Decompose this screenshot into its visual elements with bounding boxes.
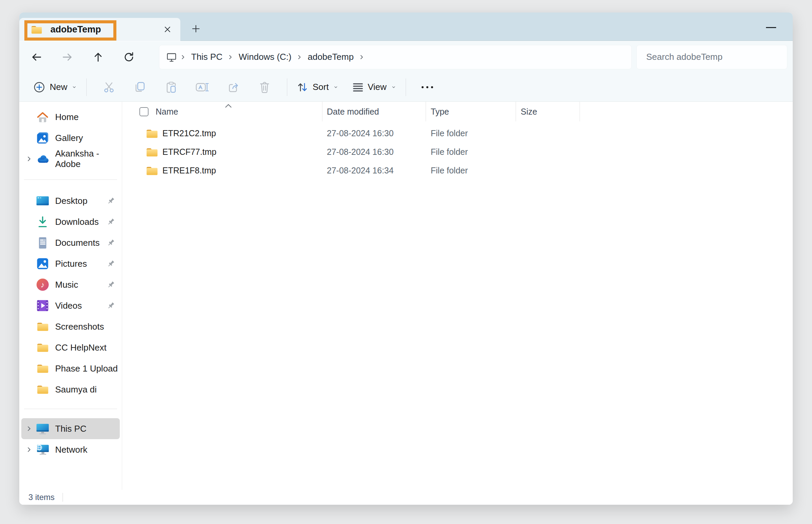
file-type: File folder <box>426 147 516 157</box>
onedrive-icon <box>36 154 49 164</box>
breadcrumb-chevron-icon <box>297 54 302 60</box>
sidebar-item-screenshots[interactable]: Screenshots <box>21 316 120 337</box>
file-name: ETRCF77.tmp <box>162 147 217 157</box>
file-date-modified: 27-08-2024 16:34 <box>322 166 426 176</box>
view-button[interactable]: View <box>350 77 399 97</box>
more-options-button[interactable] <box>421 86 433 88</box>
file-row-etre1f8[interactable]: ETRE1F8.tmp 27-08-2024 16:34 File folder <box>122 161 793 180</box>
tab-close-button[interactable] <box>161 23 174 36</box>
new-tab-button[interactable] <box>187 20 205 37</box>
search-box[interactable] <box>636 45 787 69</box>
home-icon <box>36 111 49 123</box>
breadcrumb-adobetemp[interactable]: adobeTemp <box>305 52 355 62</box>
gallery-icon <box>36 132 49 144</box>
expand-chevron-icon[interactable] <box>26 156 32 162</box>
sidebar-item-gallery[interactable]: Gallery <box>21 128 120 148</box>
select-all-checkbox[interactable] <box>139 107 148 116</box>
sidebar-item-this-pc[interactable]: This PC <box>21 418 120 439</box>
sidebar-item-onedrive[interactable]: Akanksha - Adobe <box>21 148 120 169</box>
sidebar-item-desktop[interactable]: Desktop <box>21 190 120 211</box>
view-icon <box>352 82 363 93</box>
sidebar-item-label: Videos <box>55 300 82 311</box>
pin-icon <box>107 281 115 289</box>
delete-icon <box>259 81 270 93</box>
cut-button[interactable] <box>99 78 118 97</box>
sort-icon <box>297 82 308 93</box>
tab-bar: adobeTemp <box>19 13 793 41</box>
breadcrumb-windows-c[interactable]: Windows (C:) <box>237 52 293 62</box>
column-header-type[interactable]: Type <box>426 102 516 121</box>
sidebar-item-phase-1-upload[interactable]: Phase 1 Upload <box>21 358 120 379</box>
rename-icon <box>195 81 209 93</box>
expand-chevron-icon[interactable] <box>26 426 32 432</box>
breadcrumb-chevron-icon <box>359 54 364 60</box>
item-count: 3 items <box>28 493 54 502</box>
command-toolbar: New Sort View <box>19 73 793 102</box>
file-type: File folder <box>426 166 516 176</box>
sort-button[interactable]: Sort <box>294 77 341 97</box>
paste-icon <box>165 81 177 93</box>
sidebar-item-videos[interactable]: Videos <box>21 295 120 316</box>
arrow-up-icon <box>92 51 104 63</box>
column-label: Size <box>521 107 537 117</box>
sidebar-item-label: Pictures <box>55 259 87 269</box>
share-icon <box>227 81 240 93</box>
rename-button[interactable] <box>193 78 212 97</box>
downloads-icon <box>37 216 48 228</box>
sidebar-item-downloads[interactable]: Downloads <box>21 211 120 232</box>
sidebar-item-label: Network <box>55 445 87 455</box>
file-explorer-window: adobeTemp This PC Windows (C <box>19 13 793 505</box>
tab-adobetemp[interactable]: adobeTemp <box>19 18 180 41</box>
status-divider <box>63 493 63 502</box>
expand-chevron-icon[interactable] <box>26 446 32 453</box>
new-plus-circle-icon <box>33 81 45 93</box>
delete-button[interactable] <box>255 78 274 97</box>
pin-icon <box>107 239 115 247</box>
chevron-down-icon <box>72 85 77 89</box>
column-header-date-modified[interactable]: Date modified <box>322 102 426 121</box>
new-button[interactable]: New <box>30 77 80 97</box>
chevron-down-icon <box>391 85 396 89</box>
sidebar-item-home[interactable]: Home <box>21 107 120 128</box>
file-row-etr21c2[interactable]: ETR21C2.tmp 27-08-2024 16:30 File folder <box>122 124 793 143</box>
sidebar-item-label: Phase 1 Upload <box>55 363 118 374</box>
new-button-label: New <box>50 82 67 92</box>
column-header-size[interactable]: Size <box>516 102 580 121</box>
sidebar-item-documents[interactable]: Documents <box>21 232 120 253</box>
address-bar[interactable]: This PC Windows (C:) adobeTemp <box>159 45 632 69</box>
sidebar-item-cc-helpnext[interactable]: CC HelpNext <box>21 337 120 358</box>
sidebar-item-label: Music <box>55 280 78 290</box>
file-row-etrcf77[interactable]: ETRCF77.tmp 27-08-2024 16:30 File folder <box>122 143 793 161</box>
this-pc-location-icon <box>166 52 177 63</box>
pin-icon <box>107 218 115 226</box>
column-label: Type <box>431 107 449 117</box>
folder-icon <box>36 342 49 353</box>
sidebar-item-label: Akanksha - Adobe <box>55 148 120 169</box>
breadcrumb-this-pc[interactable]: This PC <box>189 52 224 62</box>
paste-button[interactable] <box>162 78 181 97</box>
copy-button[interactable] <box>131 78 149 97</box>
sidebar-item-label: Desktop <box>55 196 87 206</box>
sidebar-item-label: Downloads <box>55 217 99 227</box>
refresh-button[interactable] <box>120 48 138 67</box>
forward-button[interactable] <box>58 48 77 67</box>
folder-icon <box>146 166 158 176</box>
tab-title: adobeTemp <box>50 24 101 35</box>
plus-icon <box>191 24 200 33</box>
sidebar-item-network[interactable]: Network <box>21 439 120 460</box>
sidebar-item-music[interactable]: ♪ Music <box>21 274 120 295</box>
minimize-button[interactable] <box>761 21 781 33</box>
sidebar-item-label: Saumya di <box>55 384 97 395</box>
file-type: File folder <box>426 129 516 138</box>
share-button[interactable] <box>224 78 243 97</box>
sidebar-item-saumya-di[interactable]: Saumya di <box>21 379 120 400</box>
back-button[interactable] <box>27 48 46 67</box>
file-name: ETRE1F8.tmp <box>162 166 216 176</box>
sort-ascending-indicator <box>225 100 232 110</box>
sidebar-item-pictures[interactable]: Pictures <box>21 253 120 274</box>
sidebar-item-label: Documents <box>55 238 100 248</box>
toolbar-divider <box>287 79 287 96</box>
up-button[interactable] <box>89 48 108 67</box>
column-header-name[interactable]: Name <box>122 102 322 121</box>
search-input[interactable] <box>646 52 778 62</box>
